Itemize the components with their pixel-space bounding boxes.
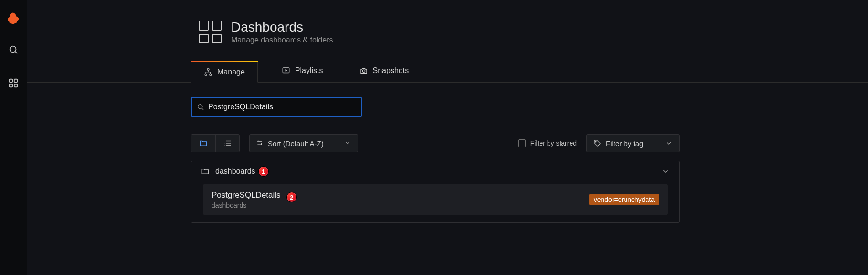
tab-label: Playlists [295, 66, 323, 75]
folder-icon [199, 139, 208, 148]
svg-rect-4 [9, 84, 12, 87]
search-container[interactable] [191, 97, 362, 117]
filter-tag-select[interactable]: Filter by tag [586, 134, 680, 152]
svg-rect-8 [210, 74, 212, 75]
svg-rect-7 [205, 74, 207, 75]
search-input[interactable] [208, 103, 356, 111]
tabs-row: Manage Playlists Snapshots [27, 61, 868, 83]
main-area: Dashboards Manage dashboards & folders M… [27, 0, 868, 275]
svg-rect-6 [207, 69, 209, 70]
chevron-down-icon [665, 139, 673, 147]
nav-rail [0, 0, 27, 275]
page-titles: Dashboards Manage dashboards & folders [231, 20, 333, 44]
nav-search[interactable] [4, 40, 23, 59]
playlist-icon [282, 66, 290, 75]
tab-label: Manage [217, 68, 245, 76]
sitemap-icon [204, 68, 212, 76]
tab-snapshots[interactable]: Snapshots [347, 61, 422, 82]
list-icon [223, 139, 232, 148]
camera-icon [360, 66, 368, 75]
page-header: Dashboards Manage dashboards & folders [27, 0, 868, 50]
tag-icon [593, 139, 601, 147]
svg-rect-5 [14, 84, 17, 87]
folder-name: dashboards [215, 167, 255, 176]
dashboard-tag: vendor=crunchydata [589, 194, 659, 205]
page-title: Dashboards [231, 20, 333, 35]
svg-rect-2 [9, 79, 12, 82]
nav-dashboards[interactable] [4, 74, 23, 93]
sort-select[interactable]: Sort (Default A-Z) [249, 134, 358, 152]
svg-line-12 [202, 108, 203, 110]
dashboard-folder: dashboards [212, 201, 297, 209]
checkbox[interactable] [518, 139, 526, 147]
page-subtitle: Manage dashboards & folders [231, 36, 333, 44]
dashboard-item[interactable]: PostgreSQLDetails 2 dashboards vendor=cr… [203, 184, 668, 215]
annotation-2: 2 [286, 192, 297, 202]
svg-point-11 [198, 105, 202, 109]
content: Sort (Default A-Z) Filter by starred Fil… [27, 83, 868, 223]
filter-starred[interactable]: Filter by starred [518, 139, 577, 147]
tab-playlists[interactable]: Playlists [269, 61, 336, 82]
view-folder-button[interactable] [191, 135, 215, 152]
dashboards-grid-icon [199, 21, 222, 43]
folder-row[interactable]: dashboards 1 [191, 161, 679, 181]
chevron-down-icon [661, 167, 670, 176]
tab-manage[interactable]: Manage [191, 61, 258, 83]
sort-label: Sort (Default A-Z) [268, 139, 324, 148]
toolbar: Sort (Default A-Z) Filter by starred Fil… [191, 134, 680, 152]
annotation-1: 1 [258, 166, 269, 177]
tab-label: Snapshots [373, 66, 409, 75]
svg-point-0 [10, 46, 16, 53]
svg-rect-3 [14, 79, 17, 82]
search-icon [197, 103, 204, 111]
view-toggle [191, 134, 240, 152]
svg-line-1 [15, 52, 17, 53]
sort-icon [256, 139, 263, 148]
filter-tag-label: Filter by tag [606, 139, 643, 148]
svg-point-18 [224, 145, 225, 146]
folder-icon [201, 167, 210, 176]
svg-point-16 [224, 141, 225, 142]
chevron-down-icon [344, 139, 351, 148]
svg-point-17 [224, 143, 225, 144]
view-list-button[interactable] [215, 135, 239, 152]
results-panel: dashboards 1 PostgreSQLDetails 2 dashboa… [191, 161, 680, 223]
svg-point-10 [362, 70, 365, 72]
dashboard-title: PostgreSQLDetails [212, 190, 281, 200]
grafana-logo[interactable] [6, 11, 21, 26]
svg-point-19 [595, 141, 596, 142]
filter-starred-label: Filter by starred [530, 139, 577, 147]
